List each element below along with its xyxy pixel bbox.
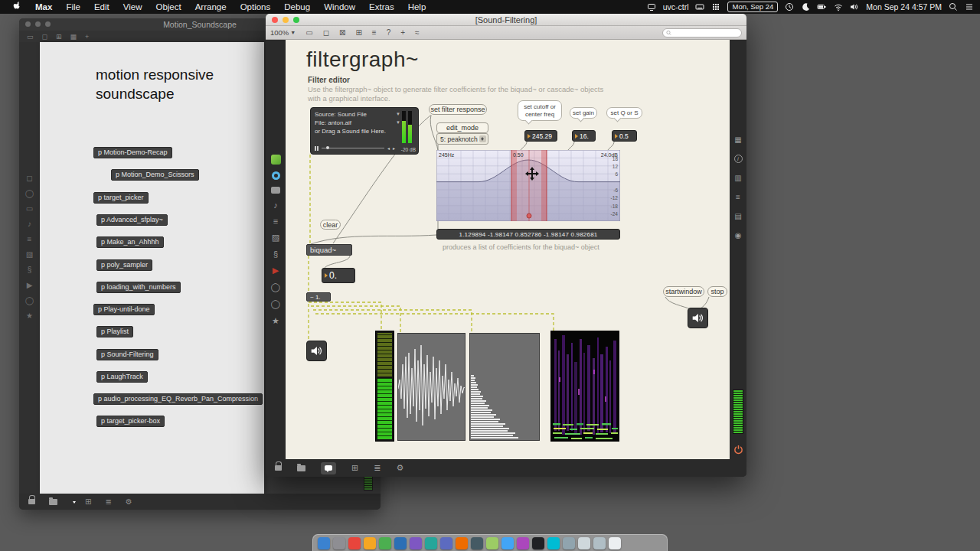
grid-icon[interactable] (711, 2, 720, 11)
wrench-icon[interactable]: ⚙ (126, 497, 132, 506)
circle-icon[interactable]: ◯ (25, 296, 34, 305)
patch-cords-icon[interactable]: ≣ (374, 463, 381, 473)
circle-icon[interactable]: ◯ (25, 189, 34, 197)
zoom-control[interactable]: 100%▼ (270, 28, 296, 37)
minimize-button[interactable] (283, 17, 289, 23)
clock-icon[interactable] (785, 2, 794, 11)
next-icon[interactable]: ▸ (393, 145, 395, 151)
patch-audio-processing[interactable]: p audio_processing_EQ_Reverb_Pan_Compres… (93, 393, 263, 405)
menu-options[interactable]: Options (234, 0, 278, 14)
patch-target-picker-box[interactable]: p target_picker-box (96, 416, 165, 427)
new-object-icon[interactable]: ▭ (305, 28, 312, 37)
menu-edit[interactable]: Edit (87, 0, 116, 14)
paperclip-icon[interactable]: § (273, 249, 278, 259)
dock-icon[interactable] (593, 537, 606, 549)
display-icon[interactable] (647, 2, 656, 11)
minimize-button[interactable] (35, 21, 41, 27)
dock-icon[interactable] (501, 537, 514, 549)
dock-icon[interactable] (563, 537, 575, 549)
audio-power-icon[interactable] (733, 445, 743, 456)
menu-debug[interactable]: Debug (277, 0, 317, 14)
edit-mode-message[interactable]: edit_mode (436, 122, 488, 133)
coefficients-message[interactable]: 1.129894 -1.98147 0.852786 -1.98147 0.98… (436, 229, 620, 240)
sound-filtering-window[interactable]: [Sound-Filtering] 100%▼ ▭ ◻ ⊠ ⊞ ≡ ? + ≈ … (266, 14, 746, 477)
list-icon[interactable]: ≡ (372, 28, 377, 37)
paperclip-icon[interactable]: § (28, 266, 32, 274)
patch-motion-demo-recap[interactable]: p Motion-Demo-Recap (93, 147, 172, 158)
dac-toggle-button[interactable] (688, 308, 708, 328)
dock-icon[interactable] (410, 537, 422, 549)
dropdown-arrows-icon[interactable] (479, 135, 486, 142)
patch-make-an-ahhhh[interactable]: p Make_an_Ahhhh (96, 236, 164, 248)
patch-laughtrack[interactable]: p LaughTrack (96, 371, 148, 383)
keyboard-icon[interactable] (695, 2, 704, 11)
dock-icon[interactable] (425, 537, 437, 549)
seek-slider[interactable] (322, 148, 384, 148)
audio-icon[interactable]: ♪ (28, 220, 31, 228)
battery-icon[interactable] (817, 2, 827, 11)
dock-icon[interactable] (379, 537, 391, 549)
pause-icon[interactable] (315, 146, 318, 151)
grid-icon[interactable]: ▦ (70, 33, 77, 41)
date-menu-extra[interactable]: Mon, Sep 24 (727, 2, 778, 12)
transport-bar[interactable]: ◂ ▸ (315, 145, 395, 151)
message-icon[interactable]: ◻ (42, 33, 47, 41)
circle-icon[interactable]: ◯ (271, 282, 280, 292)
dock-icon[interactable] (364, 537, 376, 549)
dock-icon[interactable] (333, 537, 345, 549)
dock-icon[interactable] (547, 537, 560, 549)
patch-poly-sampler[interactable]: p poly_sampler (96, 259, 152, 271)
list-icon[interactable]: ≡ (736, 193, 740, 201)
menu-extras[interactable]: Extras (362, 0, 401, 14)
jitter-icon[interactable]: ▶ (273, 266, 279, 276)
menu-object[interactable]: Object (149, 0, 188, 14)
patch-motion-demo-scissors[interactable]: p Motion_Demo_Scissors (111, 169, 199, 181)
star-icon[interactable]: ★ (272, 316, 279, 326)
filter-mode-dropdown[interactable]: 5: peaknotch (436, 133, 488, 145)
output-numberbox[interactable]: 0. (322, 268, 355, 283)
arrow-icon[interactable]: ▶ (27, 281, 33, 289)
clear-message[interactable]: clear (320, 220, 341, 230)
stop-message[interactable]: stop (707, 286, 727, 297)
chevron-down-icon[interactable]: ▼ (396, 110, 400, 119)
notification-center-icon[interactable] (965, 2, 974, 11)
layers-icon[interactable]: ▤ (734, 212, 741, 220)
dock-icon[interactable] (456, 537, 468, 549)
lock-icon[interactable] (28, 499, 35, 504)
grid-icon[interactable]: ▦ (734, 135, 741, 144)
menu-window[interactable]: Window (317, 0, 362, 14)
dock-icon[interactable] (578, 537, 590, 549)
dock-icon[interactable] (318, 537, 330, 549)
snapshot-icon[interactable]: ◉ (735, 231, 742, 240)
comment-icon[interactable]: ⊞ (56, 33, 62, 41)
spotlight-icon[interactable] (949, 2, 958, 11)
midi-icon[interactable]: ≈ (415, 28, 420, 37)
patch-advanced-sfplay[interactable]: p Advanced_sfplay~ (96, 214, 168, 226)
sig-object[interactable]: ~ 1. (306, 292, 331, 302)
presentation-icon[interactable]: ⊞ (355, 28, 361, 37)
console-button[interactable] (321, 462, 336, 474)
lock-icon[interactable] (275, 465, 282, 471)
wrench-icon[interactable]: ⚙ (396, 463, 403, 473)
add-icon[interactable]: + (400, 28, 405, 37)
dock-icon[interactable] (532, 537, 544, 549)
message-box-icon[interactable] (271, 187, 280, 194)
comment-icon[interactable]: ◻ (323, 28, 329, 37)
help-icon[interactable]: ? (387, 28, 391, 37)
dock-icon[interactable] (394, 537, 407, 549)
dock-icon[interactable] (609, 537, 621, 549)
patch-playlist[interactable]: p Playlist (96, 326, 133, 337)
max-object-icon[interactable] (271, 155, 281, 165)
menubar-clock[interactable]: Mon Sep 24 4:57 PM (866, 2, 942, 11)
object-palette-icon[interactable]: ◻ (26, 174, 32, 182)
dock-icon[interactable] (471, 537, 483, 549)
filtergraph-display[interactable]: 245Hz 0.50 24.0dB 18 12 6 -6 -12 -18 -24 (436, 150, 620, 221)
biquad-object[interactable]: biquad~ (306, 244, 352, 256)
menu-max[interactable]: Max (28, 0, 59, 14)
folder-icon[interactable] (297, 465, 305, 471)
zoom-button[interactable] (45, 21, 51, 27)
chevron-down-icon[interactable]: ▼ (396, 119, 400, 127)
close-button[interactable] (272, 17, 278, 23)
q-numberbox[interactable]: 0.5 (612, 130, 637, 142)
patch-loading-with-numbers[interactable]: p loading_with_numbers (96, 282, 181, 293)
